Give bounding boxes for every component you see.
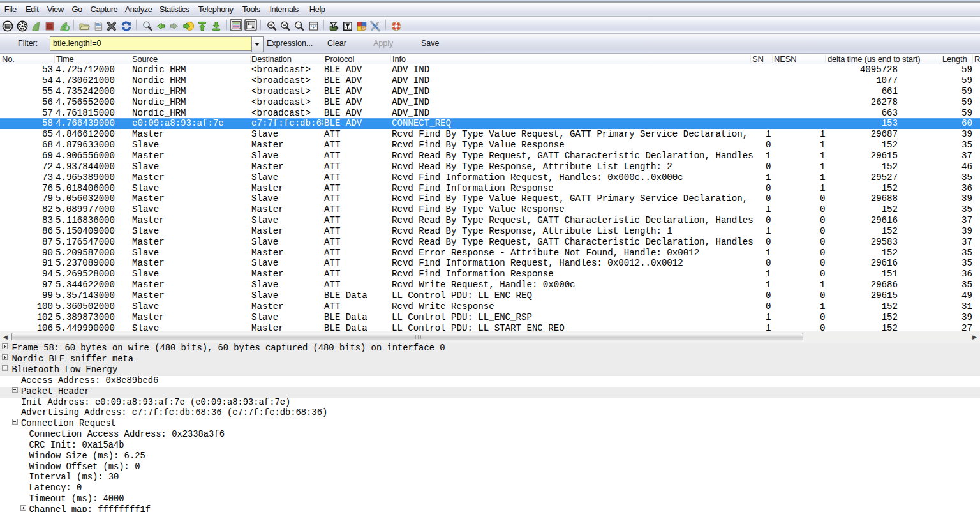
- svg-text:1:1: 1:1: [296, 23, 301, 27]
